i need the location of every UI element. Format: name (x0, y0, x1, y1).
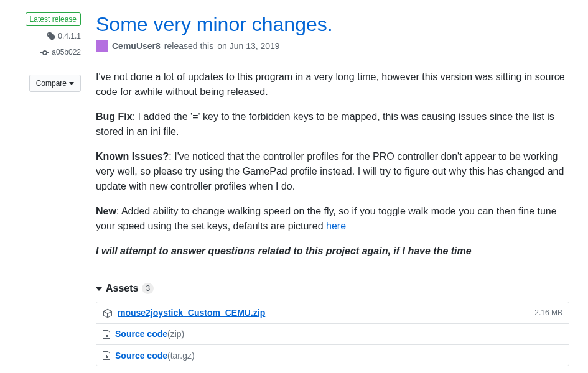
tag-icon (47, 30, 55, 42)
asset-row: mouse2joystick_Custom_CEMU.zip 2.16 MB (96, 302, 569, 323)
avatar[interactable] (96, 40, 108, 52)
assets-count-badge: 3 (142, 283, 154, 294)
caret-down-icon (96, 283, 102, 294)
package-icon (103, 307, 113, 318)
latest-release-badge: Latest release (26, 12, 81, 26)
author-link[interactable]: CemuUser8 (112, 41, 161, 51)
asset-name: Source code (115, 351, 167, 361)
asset-link[interactable]: Source code (115, 329, 167, 339)
body-bugfix: Bug Fix: I added the '=' key to the forb… (96, 109, 569, 139)
compare-button[interactable]: Compare (29, 75, 81, 92)
divider (96, 274, 569, 274)
tag-link[interactable]: 0.4.1.1 (58, 30, 81, 42)
release-meta: CemuUser8 released this on Jun 13, 2019 (96, 40, 569, 52)
known-issues-label: Known Issues? (96, 151, 169, 162)
release-body-text: I've not done a lot of updates to this p… (96, 70, 569, 259)
assets-list: mouse2joystick_Custom_CEMU.zip 2.16 MB S… (96, 302, 569, 366)
caret-down-icon (69, 77, 74, 90)
asset-name: Source code (115, 329, 167, 339)
asset-link[interactable]: mouse2joystick_Custom_CEMU.zip (118, 308, 265, 318)
asset-suffix: (zip) (167, 329, 184, 339)
bugfix-label: Bug Fix (96, 111, 133, 122)
released-date: on Jun 13, 2019 (217, 41, 279, 51)
asset-size: 2.16 MB (534, 308, 562, 317)
commit-line[interactable]: a05b022 (40, 46, 81, 58)
commit-icon (40, 46, 49, 58)
release-sidebar: Latest release 0.4.1.1 a05b022 Compare (19, 12, 81, 366)
body-intro: I've not done a lot of updates to this p… (96, 70, 569, 99)
compare-button-label: Compare (36, 77, 67, 90)
bugfix-text: : I added the '=' key to the forbidden k… (96, 111, 554, 137)
here-link[interactable]: here (326, 221, 346, 231)
tag-line[interactable]: 0.4.1.1 (47, 30, 81, 42)
body-footer-note: I will attempt to answer questions relat… (96, 244, 569, 259)
footer-em: I will attempt to answer questions relat… (96, 246, 472, 256)
assets-label: Assets (106, 283, 138, 294)
body-known-issues: Known Issues?: I've noticed that the con… (96, 149, 569, 194)
body-new: New: Added ability to change walking spe… (96, 204, 569, 234)
asset-link[interactable]: Source code (115, 351, 167, 361)
asset-suffix: (tar.gz) (167, 351, 195, 361)
file-zip-icon (103, 329, 110, 339)
released-prefix: released this (164, 41, 213, 51)
asset-row: Source code (tar.gz) (96, 344, 569, 366)
assets-toggle[interactable]: Assets 3 (96, 283, 569, 294)
new-label: New (96, 206, 116, 216)
asset-row: Source code (zip) (96, 323, 569, 344)
commit-link[interactable]: a05b022 (52, 46, 81, 58)
file-zip-icon (103, 350, 110, 361)
release-title[interactable]: Some very minor changes. (96, 12, 569, 36)
